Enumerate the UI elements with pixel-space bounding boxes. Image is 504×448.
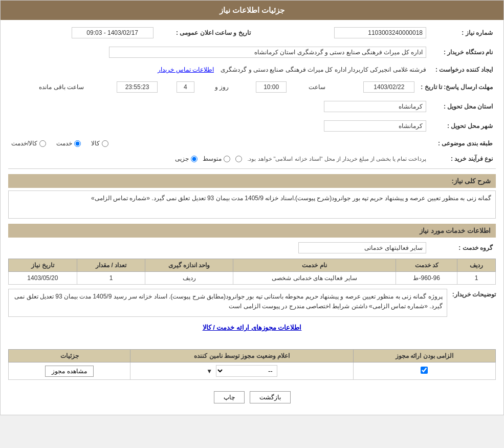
cell-rownum: 1 — [457, 272, 496, 285]
col-unit: واحد اندازه گیری — [145, 259, 233, 272]
category-radio-kala-khadamat[interactable]: کالا/خدمت — [11, 140, 46, 147]
table-row: 1 960-96-ط سایر فعالیت های خدماتی شخصی ر… — [9, 272, 496, 285]
creator-contact-link[interactable]: اطلاعات تماس خریدار — [158, 66, 214, 73]
permissions-section-link[interactable]: اطلاعات مجوزهای ارائه خدمت / کالا — [8, 321, 496, 334]
cell-service-code: 960-96-ط — [396, 272, 457, 285]
col-details: جزئیات — [9, 350, 130, 362]
col-service-name: نام خدمت — [233, 259, 396, 272]
province-label: استان محل تحویل : — [429, 99, 496, 114]
need-number-label: شماره نیاز : — [429, 25, 496, 40]
process-radio-empty[interactable] — [235, 156, 242, 162]
announcement-label: تاریخ و ساعت اعلان عمومی : — [157, 25, 254, 40]
cell-date: 1403/05/20 — [9, 272, 77, 285]
days-label: روز و — [215, 83, 229, 91]
cell-unit: ردیف — [145, 272, 233, 285]
service-info-section-title: اطلاعات خدمات مورد نیاز — [8, 224, 496, 238]
cell-quantity: 1 — [77, 272, 145, 285]
announcement-value: 1403/02/17 - 09:03 — [72, 27, 154, 38]
buyer-org-label: نام دستگاه خریدار : — [429, 45, 496, 60]
table-row: -- ▼ مشاهده مجوز — [9, 362, 496, 380]
city-label: شهر محل تحویل : — [429, 118, 496, 134]
creator-value: فرشته غلامی انجیرکی کاربردار اداره کل می… — [221, 66, 426, 73]
process-label: نوع فرآیند خرید : — [429, 153, 496, 164]
mandatory-checkbox-cell — [353, 362, 495, 380]
need-number-value: 1103003240000018 — [334, 27, 426, 38]
permissions-table: الزامی بودن ارائه مجوز اعلام وضعیت مجوز … — [8, 349, 496, 380]
deadline-label: مهلت ارسال پاسخ: تا تاریخ : — [418, 79, 496, 95]
status-select[interactable]: -- — [216, 365, 277, 377]
service-group-label: گروه خدمت : — [429, 240, 496, 255]
mandatory-checkbox[interactable] — [421, 367, 428, 374]
general-description-text: گمانه زنی به منظور تعیین عرصه و پیشنهاد … — [8, 190, 496, 219]
deadline-remaining: 23:55:23 — [117, 81, 158, 93]
category-radio-khadamat[interactable]: خدمت — [56, 140, 81, 147]
province-value: کرمانشاه — [324, 101, 426, 112]
deadline-time: 10:00 — [256, 81, 287, 93]
col-quantity: تعداد / مقدار — [77, 259, 145, 272]
col-service-code: کد خدمت — [396, 259, 457, 272]
buyer-description-text: پروژه گمانه زنی به منظور تعیین عرصه و پی… — [8, 289, 447, 317]
back-button[interactable]: بازگشت — [250, 391, 291, 403]
time-label: ساعت — [309, 83, 325, 91]
deadline-date: 1403/02/22 — [363, 81, 414, 93]
hours-label: ساعت باقی مانده — [39, 83, 84, 91]
print-button[interactable]: چاپ — [214, 391, 245, 403]
service-group-value: سایر فعالیتهای خدماتی — [298, 242, 426, 253]
details-cell: مشاهده مجوز — [9, 362, 130, 380]
status-cell: -- ▼ — [130, 362, 354, 380]
col-rownum: ردیف — [457, 259, 496, 272]
buyer-desc-label: توضیحات خریدار: — [452, 289, 496, 298]
process-note: پرداخت تمام یا بخشی از مبلغ خریدار از مح… — [247, 156, 426, 162]
creator-label: ایجاد کننده درخواست : — [429, 64, 496, 75]
page-header: جزئیات اطلاعات نیاز — [1, 1, 503, 20]
general-desc-section-title: شرح کلی نیاز: — [8, 174, 496, 188]
process-radio-jozi[interactable]: جزیی — [175, 155, 198, 162]
services-table: ردیف کد خدمت نام خدمت واحد اندازه گیری ت… — [8, 259, 496, 285]
col-status: اعلام وضعیت مجوز توسط نامین کننده — [130, 350, 354, 362]
city-value: کرمانشاه — [324, 120, 426, 132]
col-date: تاریخ نیاز — [9, 259, 77, 272]
category-radio-kala[interactable]: کالا — [91, 140, 108, 147]
view-permit-button[interactable]: مشاهده مجوز — [45, 366, 93, 377]
category-label: طبقه بندی موضوعی : — [429, 138, 496, 149]
cell-service-name: سایر فعالیت های خدماتی شخصی — [233, 272, 396, 285]
bottom-buttons: بازگشت چاپ — [8, 385, 496, 410]
buyer-org-value: اداره کل میراث فرهنگی صنایع دستی و گردشگ… — [109, 47, 426, 58]
header-title: جزئیات اطلاعات نیاز — [220, 6, 284, 14]
process-radio-motavaset[interactable]: متوسط — [203, 155, 230, 162]
deadline-days: 4 — [177, 81, 194, 93]
col-mandatory: الزامی بودن ارائه مجوز — [353, 350, 495, 362]
